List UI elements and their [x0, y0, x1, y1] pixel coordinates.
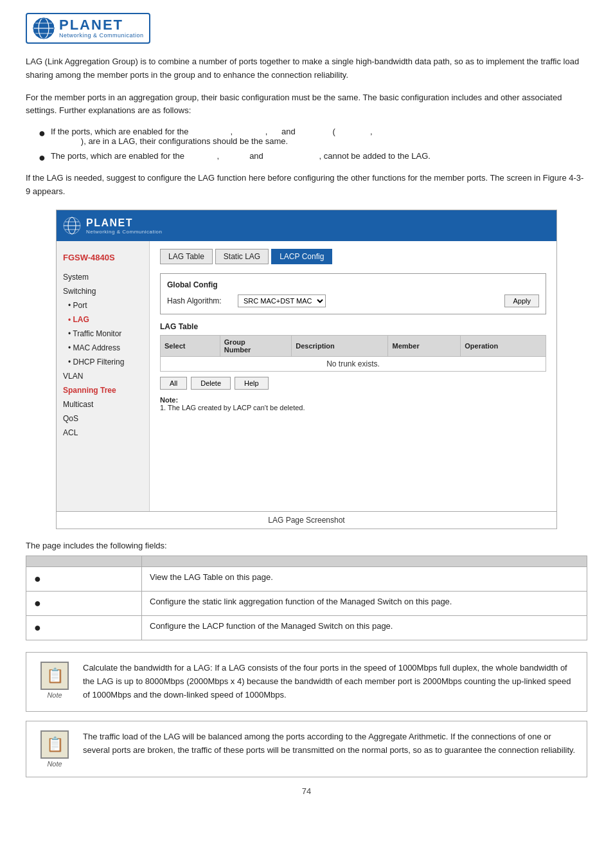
- fields-cell-bullet: ●: [26, 592, 142, 616]
- fields-cell-text: Configure the LACP function of the Manag…: [142, 616, 587, 640]
- fields-label: The page includes the following fields:: [26, 541, 587, 550]
- ss-hash-select[interactable]: SRC MAC+DST MAC: [238, 294, 326, 307]
- tab-lag-table[interactable]: LAG Table: [160, 249, 213, 264]
- note-box-1: 📋 Note Calculate the bandwidth for a LAG…: [26, 652, 587, 711]
- notes-container: 📋 Note Calculate the bandwidth for a LAG…: [26, 652, 587, 777]
- ss-all-button[interactable]: All: [160, 377, 187, 390]
- ss-logo-sub: Networking & Communication: [86, 229, 162, 235]
- note-icon-1: 📋 Note: [37, 662, 73, 699]
- ss-lag-table-section: LAG Table Select GroupNumber Description…: [160, 322, 546, 390]
- intro-paragraph1: LAG (Link Aggregation Group) is to combi…: [26, 55, 587, 82]
- ss-note-text: 1. The LAG created by LACP can't be dele…: [160, 404, 305, 411]
- bullet-section: ● If the ports, which are enabled for th…: [39, 127, 587, 165]
- logo-area: PLANET Networking & Communication: [26, 13, 587, 44]
- tab-lacp-config[interactable]: LACP Config: [271, 249, 332, 264]
- bullet-dot: ●: [34, 621, 41, 635]
- sidebar-item-acl[interactable]: ACL: [57, 426, 149, 440]
- col-member: Member: [388, 336, 461, 357]
- screenshot-wrapper: PLANET Networking & Communication FGSW-4…: [56, 210, 557, 529]
- ss-apply-button[interactable]: Apply: [504, 294, 539, 307]
- bullet-dot: ●: [34, 572, 41, 586]
- ss-hash-row: Hash Algorithm: SRC MAC+DST MAC Apply: [167, 294, 539, 307]
- sidebar-item-mac-address[interactable]: • MAC Address: [57, 341, 149, 355]
- ss-tabs: LAG Table Static LAG LACP Config: [160, 249, 546, 264]
- ss-delete-button[interactable]: Delete: [191, 377, 231, 390]
- sidebar-item-qos[interactable]: QoS: [57, 411, 149, 426]
- ss-main-content: LAG Table Static LAG LACP Config Global …: [150, 241, 556, 511]
- ss-lag-table-title: LAG Table: [160, 322, 546, 331]
- note-box-2: 📋 Note The traffic load of the LAG will …: [26, 721, 587, 777]
- fields-table-row: ● View the LAG Table on this page.: [26, 567, 587, 592]
- screenshot-topbar: PLANET Networking & Communication: [57, 210, 556, 241]
- bullet-text-1: If the ports, which are enabled for the …: [51, 127, 373, 146]
- figure-text: If the LAG is needed, suggest to configu…: [26, 172, 587, 199]
- note-icon-img-2: 📋: [40, 730, 69, 759]
- note-text-2: The traffic load of the LAG will be bala…: [83, 730, 576, 757]
- note-icon-label-1: Note: [47, 691, 62, 699]
- sidebar-item-vlan[interactable]: VLAN: [57, 369, 149, 383]
- ss-hash-label: Hash Algorithm:: [167, 296, 231, 305]
- sidebar-item-switching[interactable]: Switching: [57, 284, 149, 298]
- note-icon-img-1: 📋: [40, 662, 69, 690]
- logo-globe-icon: [32, 17, 55, 40]
- fields-col-header-1: [26, 556, 142, 567]
- page-number: 74: [26, 786, 587, 796]
- bullet-dot-2: ●: [39, 151, 46, 165]
- sidebar-item-traffic-monitor[interactable]: • Traffic Monitor: [57, 327, 149, 341]
- sidebar-item-multicast[interactable]: Multicast: [57, 397, 149, 411]
- sidebar-item-port[interactable]: • Port: [57, 298, 149, 312]
- logo-text-block: PLANET Networking & Communication: [59, 18, 144, 39]
- col-description: Description: [292, 336, 388, 357]
- col-operation: Operation: [461, 336, 546, 357]
- fields-cell-text: Configure the static link aggregation fu…: [142, 592, 587, 616]
- intro-paragraph2: For the member ports in an aggregation g…: [26, 91, 587, 118]
- sidebar-item-spanning-tree[interactable]: Spanning Tree: [57, 383, 149, 397]
- sidebar-item-lag[interactable]: • LAG: [57, 312, 149, 327]
- fields-table: ● View the LAG Table on this page. ● Con…: [26, 556, 587, 640]
- ss-lag-table: Select GroupNumber Description Member Op…: [160, 335, 546, 372]
- ss-note-label: Note:: [160, 396, 178, 404]
- ss-help-button[interactable]: Help: [235, 377, 269, 390]
- ss-logo-brand: PLANET: [86, 217, 162, 229]
- logo-brand: PLANET: [59, 18, 144, 32]
- ss-global-config-box: Global Config Hash Algorithm: SRC MAC+DS…: [160, 273, 546, 314]
- screenshot-body: FGSW-4840S System Switching • Port • LAG…: [57, 241, 556, 511]
- bullet-item-2: ● The ports, which are enabled for the ,…: [39, 151, 587, 165]
- fields-col-header-2: [142, 556, 587, 567]
- bullet-text-2: The ports, which are enabled for the , a…: [51, 151, 431, 161]
- ss-logo-globe-icon: [63, 217, 81, 235]
- ss-sidebar: FGSW-4840S System Switching • Port • LAG…: [57, 241, 150, 511]
- fields-cell-bullet: ●: [26, 567, 142, 592]
- fields-table-row: ● Configure the LACP function of the Man…: [26, 616, 587, 640]
- col-select: Select: [161, 336, 220, 357]
- ss-model: FGSW-4840S: [57, 248, 149, 270]
- fields-table-row: ● Configure the static link aggregation …: [26, 592, 587, 616]
- logo-box: PLANET Networking & Communication: [26, 13, 150, 44]
- ss-global-config-title: Global Config: [167, 280, 539, 289]
- table-row-no-data: No trunk exists.: [161, 357, 546, 372]
- bullet-item-1: ● If the ports, which are enabled for th…: [39, 127, 587, 146]
- fields-cell-bullet: ●: [26, 616, 142, 640]
- tab-static-lag[interactable]: Static LAG: [215, 249, 269, 264]
- ss-lag-buttons: All Delete Help: [160, 377, 546, 390]
- bullet-dot-1: ●: [39, 127, 46, 141]
- bullet-dot: ●: [34, 597, 41, 610]
- fields-cell-text: View the LAG Table on this page.: [142, 567, 587, 592]
- sidebar-item-dhcp-filtering[interactable]: • DHCP Filtering: [57, 355, 149, 369]
- screenshot-caption: LAG Page Screenshot: [57, 511, 556, 529]
- sidebar-item-system[interactable]: System: [57, 270, 149, 284]
- ss-note-section: Note: 1. The LAG created by LACP can't b…: [160, 396, 546, 411]
- ss-logo-text-block: PLANET Networking & Communication: [86, 217, 162, 235]
- note-icon-2: 📋 Note: [37, 730, 73, 768]
- col-group-number: GroupNumber: [220, 336, 291, 357]
- logo-sub: Networking & Communication: [59, 32, 144, 39]
- note-text-1: Calculate the bandwidth for a LAG: If a …: [83, 662, 576, 701]
- note-icon-label-2: Note: [47, 760, 62, 768]
- ss-no-trunk-text: No trunk exists.: [161, 357, 546, 372]
